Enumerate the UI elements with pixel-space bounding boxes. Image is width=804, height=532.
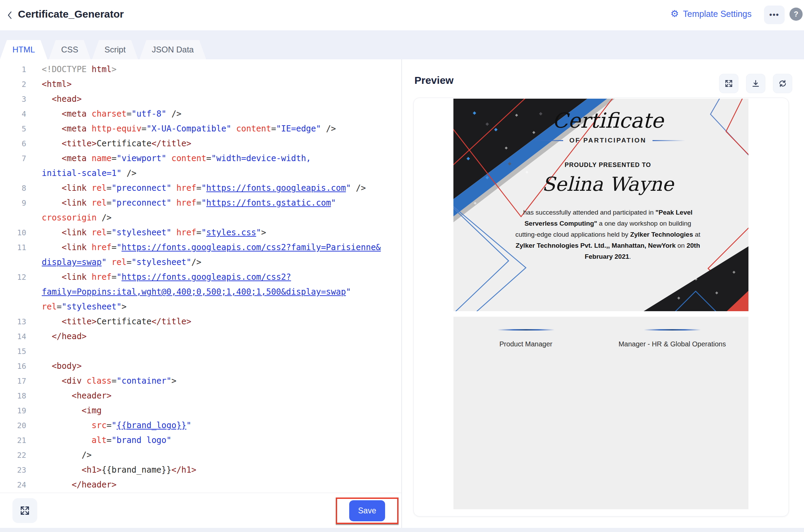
code-text: display=swap" rel="stylesheet"/> [26,255,201,270]
line-number: 24 [0,477,26,492]
preview-toolbar [719,74,792,93]
code-line: 4 <meta charset="utf-8" /> [0,107,401,121]
save-button[interactable]: Save [349,500,385,521]
signature-block: Product Manager [474,329,578,348]
editor-fullscreen-button[interactable] [12,498,37,523]
line-number: 17 [0,374,26,388]
code-text: <h1>{{brand_name}}</h1> [26,463,196,477]
preview-download-button[interactable] [746,74,765,93]
editor-footer: Save [0,493,401,528]
code-text: <header> [26,388,111,403]
code-line: 17 <div class="container"> [0,374,401,388]
code-line: 19 <img [0,403,401,418]
save-highlight-annotation: Save [336,497,399,524]
gear-icon: ⚙ [670,9,679,19]
ellipsis-icon: ••• [769,10,779,19]
code-text: </head> [26,329,87,344]
code-line: 18 <header> [0,388,401,403]
more-options-button[interactable]: ••• [764,6,785,24]
code-line: display=swap" rel="stylesheet"/> [0,255,401,270]
code-line: 24 </header> [0,477,401,492]
code-text: <link rel="stylesheet" href="styles.css"… [26,225,266,240]
certificate-title: Certificate [467,108,748,132]
line-number: 5 [0,121,26,136]
code-line: 2<html> [0,77,401,92]
code-text: <link href="https://fonts.googleapis.com… [26,270,291,285]
line-number [0,255,26,270]
code-line: 20 src="{{brand_logo}}" [0,418,401,433]
line-number [0,299,26,314]
expand-icon [724,79,733,88]
download-icon [751,79,760,88]
code-line: 15 [0,344,401,359]
help-button[interactable]: ? [790,8,803,21]
code-line: 11 <link href="https://fonts.googleapis.… [0,240,401,255]
code-editor[interactable]: 1<!DOCTYPE html>2<html>3 <head>4 <meta c… [0,59,401,493]
code-line: 7 <meta name="viewport" content="width=d… [0,151,401,166]
signature-role: Product Manager [474,340,578,348]
template-settings-button[interactable]: ⚙ Template Settings [670,9,752,19]
certificate-subtitle: OF PARTICIPATION [569,137,646,144]
line-number: 14 [0,329,26,344]
code-line: 10 <link rel="stylesheet" href="styles.c… [0,225,401,240]
line-number: 1 [0,62,26,77]
code-line: 16 <body> [0,359,401,374]
code-line: 9 <link rel="preconnect" href="https://f… [0,196,401,210]
code-line: 22 /> [0,448,401,463]
help-icon: ? [794,10,798,19]
line-number: 23 [0,463,26,477]
code-line: 3 <head> [0,92,401,107]
code-line: 8 <link rel="preconnect" href="https://f… [0,181,401,196]
code-text: <img [26,403,101,418]
tab-json-data[interactable]: JSON Data [139,40,206,59]
back-chevron-icon [5,10,15,20]
line-number: 18 [0,388,26,403]
subtitle-line-left [530,140,563,141]
code-text: <html> [26,77,72,92]
code-text: <link rel="preconnect" href="https://fon… [26,181,366,196]
line-number: 12 [0,270,26,285]
tab-script[interactable]: Script [92,40,138,59]
code-text: <!DOCTYPE html> [26,62,117,77]
code-line: 6 <title>Certificate</title> [0,136,401,151]
code-text: <body> [26,359,82,374]
tab-css[interactable]: CSS [49,40,90,59]
preview-title: Preview [414,75,453,86]
code-text: src="{{brand_logo}}" [26,418,192,433]
code-text: <link href="https://fonts.googleapis.com… [26,240,381,255]
recipient-name: Selina Wayne [467,173,748,195]
preview-refresh-button[interactable] [773,74,792,93]
line-number: 2 [0,77,26,92]
code-text: <link rel="preconnect" href="https://fon… [26,196,336,210]
line-number: 19 [0,403,26,418]
code-text: /> [26,448,92,463]
code-text: <title>Certificate</title> [26,136,192,151]
code-text: crossorigin /> [26,210,111,225]
line-number: 22 [0,448,26,463]
signature-line [644,329,701,331]
code-text: <meta name="viewport" content="width=dev… [26,151,311,166]
code-line: initial-scale=1" /> [0,166,401,181]
preview-panel: Preview [402,59,804,528]
line-number: 7 [0,151,26,166]
line-number: 3 [0,92,26,107]
editor-tabs: HTMLCSSScriptJSON Data [0,40,207,59]
code-line: rel="stylesheet"> [0,299,401,314]
line-number: 6 [0,136,26,151]
code-line: 5 <meta http-equiv="X-UA-Compatible" con… [0,121,401,136]
signature-block: Manager - HR & Global Operations [610,329,734,348]
line-number: 10 [0,225,26,240]
line-number: 20 [0,418,26,433]
line-number: 15 [0,344,26,359]
code-line: 1<!DOCTYPE html> [0,62,401,77]
code-line: 23 <h1>{{brand_name}}</h1> [0,463,401,477]
page-title: Certificate_Generator [18,8,124,20]
tab-html[interactable]: HTML [0,40,47,59]
code-text: <div class="container"> [26,374,176,388]
code-text: family=Poppins:ital,wght@0,400;0,500;1,4… [26,285,351,299]
code-line: family=Poppins:ital,wght@0,400;0,500;1,4… [0,285,401,299]
certificate-body-text: has successfully attended and participat… [514,207,702,262]
preview-fullscreen-button[interactable] [719,74,738,93]
back-button[interactable] [4,8,16,22]
line-number: 9 [0,196,26,210]
